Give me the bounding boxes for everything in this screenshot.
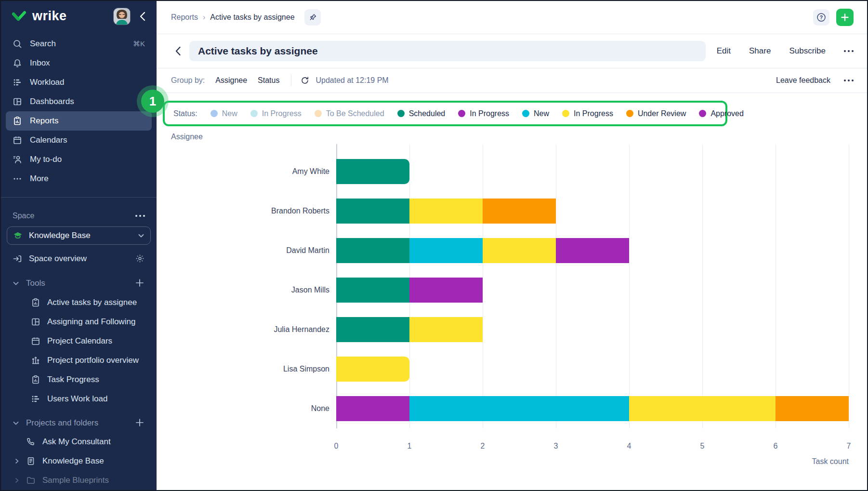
user-avatar[interactable] xyxy=(113,8,131,25)
chevron-right-icon xyxy=(14,478,20,483)
legend-item-label: In Progress xyxy=(262,109,302,118)
leave-feedback-link[interactable]: Leave feedback xyxy=(776,76,830,85)
legend-dot xyxy=(626,110,633,117)
report-title-input[interactable]: Active tasks by assignee xyxy=(189,41,706,61)
x-axis-ticks: 01234567 xyxy=(336,442,849,452)
pin-button[interactable] xyxy=(304,9,321,26)
legend-label: Status: xyxy=(173,109,197,118)
bar-segment-new_cyan[interactable] xyxy=(409,238,483,263)
bar-segment-inprogress_yellow[interactable] xyxy=(409,199,483,224)
legend-item-inprogress_muted[interactable]: In Progress xyxy=(250,109,302,118)
bar-segment-scheduled[interactable] xyxy=(336,159,409,184)
space-selector[interactable]: Knowledge Base xyxy=(7,226,151,245)
bar-segment-inprogress_purple[interactable] xyxy=(336,396,409,421)
assignee-label: Julia Hernandez xyxy=(171,310,329,349)
x-axis-label: Task count xyxy=(336,457,849,466)
bar-segment-inprogress_yellow[interactable] xyxy=(336,357,409,382)
bar-segment-new_cyan[interactable] xyxy=(409,396,629,421)
legend-item-inprogress_yellow[interactable]: In Progress xyxy=(562,109,613,118)
toolbar-more-menu[interactable] xyxy=(844,80,854,81)
bar-segment-inprogress_yellow[interactable] xyxy=(409,317,483,342)
sidebar-item-label: Space overview xyxy=(29,254,87,264)
create-new-button[interactable] xyxy=(836,9,854,26)
chevron-right-icon xyxy=(14,458,20,464)
sidebar-item-project-calendars[interactable]: Project Calendars xyxy=(1,332,157,351)
overview-arrow-icon xyxy=(13,254,22,264)
chart-row: Brandon Roberts xyxy=(336,191,849,231)
help-button[interactable]: ? xyxy=(813,9,829,26)
sidebar-collapse-icon[interactable] xyxy=(137,11,148,22)
sidebar-item-sample-blueprints[interactable]: Sample Blueprints xyxy=(1,471,157,490)
bar-segment-scheduled[interactable] xyxy=(336,317,409,342)
bar-segment-inprogress_yellow[interactable] xyxy=(629,396,776,421)
assignee-label: Jason Mills xyxy=(171,270,329,310)
bar-segment-underreview[interactable] xyxy=(776,396,849,421)
edit-button[interactable]: Edit xyxy=(717,46,731,56)
add-project-icon[interactable] xyxy=(135,418,145,428)
sidebar-item-space-overview[interactable]: Space overview xyxy=(6,249,152,268)
legend-item-tobescheduled[interactable]: To Be Scheduled xyxy=(315,109,384,118)
projects-section-header[interactable]: Projects and folders xyxy=(6,413,152,433)
bar-segment-scheduled[interactable] xyxy=(336,199,409,224)
sidebar-item-task-progress[interactable]: Task Progress xyxy=(1,370,157,389)
breadcrumb-reports-link[interactable]: Reports xyxy=(171,13,198,22)
sidebar-item-label: Calendars xyxy=(30,135,67,145)
bar-segment-scheduled[interactable] xyxy=(336,238,409,263)
sidebar-item-my-todo[interactable]: My to-do xyxy=(6,150,152,169)
legend-item-approved[interactable]: Approved xyxy=(699,109,744,118)
back-button[interactable] xyxy=(171,44,184,58)
subscribe-button[interactable]: Subscribe xyxy=(789,46,826,56)
breadcrumb-current: Active tasks by assignee xyxy=(210,13,294,22)
person-tasks-icon xyxy=(13,155,22,164)
group-by-assignee[interactable]: Assignee xyxy=(215,76,247,85)
bar-segment-inprogress_yellow[interactable] xyxy=(483,238,556,263)
workload-icon xyxy=(13,78,22,87)
sidebar-item-calendars[interactable]: Calendars xyxy=(6,131,152,150)
space-name: Knowledge Base xyxy=(29,231,91,240)
toolbar-right: Leave feedback xyxy=(776,76,854,85)
x-tick-label: 3 xyxy=(544,442,567,451)
more-dots-icon xyxy=(13,174,22,184)
legend-item-inprogress_purple[interactable]: In Progress xyxy=(458,109,509,118)
sidebar-item-knowledge-base-folder[interactable]: Knowledge Base xyxy=(1,451,157,471)
sidebar-item-label: Inbox xyxy=(30,58,50,68)
tools-section-header[interactable]: Tools xyxy=(6,274,152,293)
sidebar-item-workload[interactable]: Workload xyxy=(6,73,152,92)
group-by-status[interactable]: Status xyxy=(258,76,279,85)
legend-item-underreview[interactable]: Under Review xyxy=(626,109,686,118)
wrike-logo[interactable]: wrike xyxy=(12,9,113,24)
app-window: wrike Search ⌘K xyxy=(0,0,868,491)
main-content: Reports › Active tasks by assignee ? xyxy=(157,1,867,490)
sidebar-item-reports[interactable]: Reports xyxy=(6,111,152,131)
sidebar-item-inbox[interactable]: Inbox xyxy=(6,53,152,73)
question-icon: ? xyxy=(816,13,826,22)
bell-icon xyxy=(13,58,22,68)
sidebar-item-dashboards[interactable]: Dashboards xyxy=(6,92,152,111)
bar-segment-inprogress_purple[interactable] xyxy=(409,278,483,303)
title-more-menu[interactable] xyxy=(844,50,854,52)
bar-segment-underreview[interactable] xyxy=(483,199,556,224)
sidebar-item-users-work-load[interactable]: Users Work load xyxy=(1,389,157,409)
x-tick-label: 0 xyxy=(325,442,348,451)
sidebar-item-ask-my-consultant[interactable]: Ask My Consultant xyxy=(1,432,157,451)
sidebar-item-active-tasks-by-assignee[interactable]: Active tasks by assignee xyxy=(1,293,157,312)
dashboard-icon xyxy=(13,97,22,106)
legend-item-new_muted[interactable]: New xyxy=(210,109,237,118)
legend-item-scheduled[interactable]: Scheduled xyxy=(397,109,446,118)
chart-row: Julia Hernandez xyxy=(336,310,849,349)
sidebar-item-search[interactable]: Search ⌘K xyxy=(6,34,152,53)
sidebar-item-assigning-and-following[interactable]: Assigning and Following xyxy=(1,312,157,332)
share-button[interactable]: Share xyxy=(749,46,771,56)
gear-icon[interactable] xyxy=(135,254,145,264)
space-menu-icon[interactable] xyxy=(135,215,145,217)
tools-header-label: Tools xyxy=(26,279,45,288)
bar-segment-scheduled[interactable] xyxy=(336,278,409,303)
add-tool-icon[interactable] xyxy=(135,279,145,288)
bar-segment-approved[interactable] xyxy=(556,238,629,263)
sidebar-item-project-portfolio-overview[interactable]: Project portfolio overview xyxy=(1,351,157,370)
refresh-icon[interactable] xyxy=(300,76,310,85)
sidebar-item-more[interactable]: More xyxy=(6,169,152,188)
stacked-bar xyxy=(336,159,409,184)
chevron-down-icon xyxy=(138,232,145,239)
legend-item-new_cyan[interactable]: New xyxy=(522,109,549,118)
